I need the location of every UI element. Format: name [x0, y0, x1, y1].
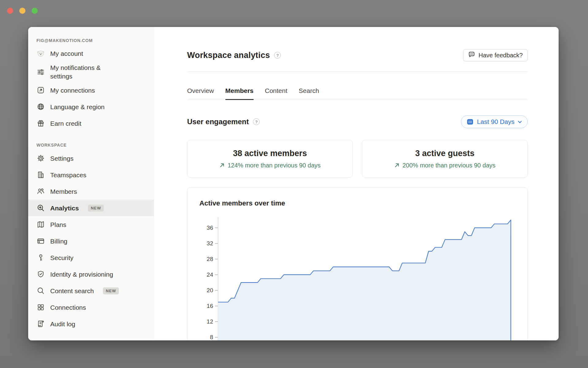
- sidebar-item-settings[interactable]: Settings: [28, 150, 154, 167]
- active-members-area-chart: 812162024283236: [187, 215, 512, 340]
- sidebar-item-analytics[interactable]: AnalyticsNEW: [28, 200, 154, 216]
- y-axis-tick-label: 12: [207, 318, 213, 325]
- y-axis-tick-label: 16: [207, 303, 213, 309]
- page-title: Workspace analytics: [187, 51, 270, 60]
- sidebar-item-label: Content search: [50, 287, 94, 295]
- engagement-stats-row: 38 active members 124% more than previou…: [187, 140, 528, 178]
- account-section-header: FIG@MAKENOTION.COM: [28, 38, 154, 43]
- sidebar-item-label: My account: [50, 49, 83, 58]
- sidebar-item-my-connections[interactable]: My connections: [28, 82, 154, 98]
- sidebar-item-label: Plans: [50, 220, 66, 229]
- magnifier-plus-icon: [36, 204, 45, 212]
- sidebar-item-label: Analytics: [50, 204, 79, 213]
- sidebar-item-identity-provisioning[interactable]: Identity & provisioning: [28, 266, 154, 282]
- settings-sidebar: FIG@MAKENOTION.COM My accountMy notifica…: [28, 27, 154, 340]
- trend-up-icon: [219, 163, 225, 168]
- sidebar-item-label: Teamspaces: [50, 171, 86, 179]
- new-badge: NEW: [103, 287, 119, 294]
- sidebar-item-audit-log[interactable]: Audit log: [28, 316, 154, 332]
- active-members-chart-card: Active members over time 812162024283236: [187, 187, 528, 340]
- tab-search[interactable]: Search: [299, 87, 319, 100]
- sidebar-item-label: Settings: [50, 154, 74, 163]
- tab-members[interactable]: Members: [225, 87, 254, 100]
- grid-icon: [36, 303, 45, 312]
- people-icon: [36, 187, 45, 196]
- minimize-window-button[interactable]: [19, 8, 25, 14]
- active-guests-delta: 200% more than previous 90 days: [402, 162, 496, 169]
- help-icon[interactable]: ?: [274, 52, 281, 59]
- y-axis-tick-label: 28: [207, 256, 213, 262]
- analytics-tabs: OverviewMembersContentSearch: [187, 87, 528, 100]
- analytics-main-panel: Workspace analytics ? Have feedback? Ove…: [154, 27, 559, 340]
- new-badge: NEW: [88, 205, 104, 212]
- sidebar-item-my-notifications-settings[interactable]: My notifications & settings: [28, 62, 154, 82]
- y-axis-tick-label: 24: [207, 271, 213, 278]
- date-range-label: Last 90 Days: [477, 118, 514, 125]
- y-axis-tick-label: 8: [210, 334, 213, 340]
- active-guests-stat-card: 3 active guests 200% more than previous …: [362, 140, 528, 178]
- arrow-up-right-box-icon: [36, 86, 45, 94]
- calendar-icon: [466, 118, 474, 125]
- sidebar-item-label: My notifications & settings: [50, 63, 121, 80]
- header-divider: [187, 71, 528, 72]
- tab-content[interactable]: Content: [265, 87, 288, 100]
- sidebar-item-label: Language & region: [50, 103, 105, 111]
- gift-icon: [36, 119, 45, 128]
- chat-bubble-icon: [468, 51, 475, 60]
- key-icon: [36, 253, 45, 262]
- account-nav-list: My accountMy notifications & settingsMy …: [28, 45, 154, 132]
- tab-overview[interactable]: Overview: [187, 87, 214, 100]
- have-feedback-button[interactable]: Have feedback?: [463, 49, 528, 61]
- sidebar-item-label: My connections: [50, 86, 95, 95]
- gear-icon: [36, 154, 45, 163]
- sidebar-item-label: Connections: [50, 303, 86, 312]
- sidebar-item-billing[interactable]: Billing: [28, 233, 154, 249]
- active-members-stat-card: 38 active members 124% more than previou…: [187, 140, 353, 178]
- sidebar-item-teamspaces[interactable]: Teamspaces: [28, 167, 154, 183]
- close-window-button[interactable]: [7, 8, 13, 14]
- settings-dialog: FIG@MAKENOTION.COM My accountMy notifica…: [28, 27, 559, 340]
- sidebar-item-label: Audit log: [50, 320, 75, 328]
- sidebar-item-content-search[interactable]: Content searchNEW: [28, 282, 154, 299]
- workspace-nav-list: SettingsTeamspacesMembersAnalyticsNEWPla…: [28, 150, 154, 332]
- sidebar-item-language-region[interactable]: Language & region: [28, 98, 154, 115]
- y-axis-tick-label: 36: [207, 224, 213, 231]
- sidebar-item-security[interactable]: Security: [28, 249, 154, 266]
- avatar-koala: [36, 49, 45, 58]
- scroll-icon: [36, 320, 45, 328]
- y-axis-tick-label: 32: [207, 240, 213, 247]
- sidebar-item-label: Billing: [50, 237, 67, 246]
- search-icon: [36, 286, 45, 295]
- sidebar-item-label: Earn credit: [50, 119, 81, 128]
- active-members-value: 38 active members: [233, 149, 307, 158]
- have-feedback-label: Have feedback?: [478, 52, 523, 59]
- chevron-down-icon: [518, 120, 522, 124]
- date-range-dropdown[interactable]: Last 90 Days: [461, 115, 528, 128]
- area-fill: [218, 220, 511, 340]
- building-icon: [36, 171, 45, 179]
- sidebar-item-members[interactable]: Members: [28, 183, 154, 200]
- globe-icon: [36, 102, 45, 111]
- y-axis-tick-label: 20: [207, 287, 213, 293]
- sidebar-item-label: Members: [50, 187, 77, 196]
- shield-check-icon: [36, 270, 45, 278]
- user-engagement-heading: User engagement: [187, 117, 249, 126]
- active-members-delta: 124% more than previous 90 days: [228, 162, 321, 169]
- sidebar-item-label: Security: [50, 254, 74, 262]
- active-guests-value: 3 active guests: [415, 149, 475, 158]
- trend-up-icon: [394, 163, 400, 168]
- chart-title: Active members over time: [199, 199, 285, 207]
- sidebar-item-earn-credit[interactable]: Earn credit: [28, 115, 154, 132]
- workspace-section-header: WORKSPACE: [28, 143, 154, 148]
- zoom-window-button[interactable]: [32, 8, 38, 14]
- sidebar-item-label: Identity & provisioning: [50, 270, 113, 279]
- map-icon: [36, 220, 45, 229]
- sidebar-item-plans[interactable]: Plans: [28, 216, 154, 233]
- engagement-help-icon[interactable]: ?: [253, 118, 260, 125]
- credit-card-icon: [36, 237, 45, 245]
- sidebar-item-connections[interactable]: Connections: [28, 299, 154, 316]
- sliders-icon: [36, 68, 45, 76]
- window-controls: [7, 8, 38, 14]
- sidebar-item-my-account[interactable]: My account: [28, 45, 154, 62]
